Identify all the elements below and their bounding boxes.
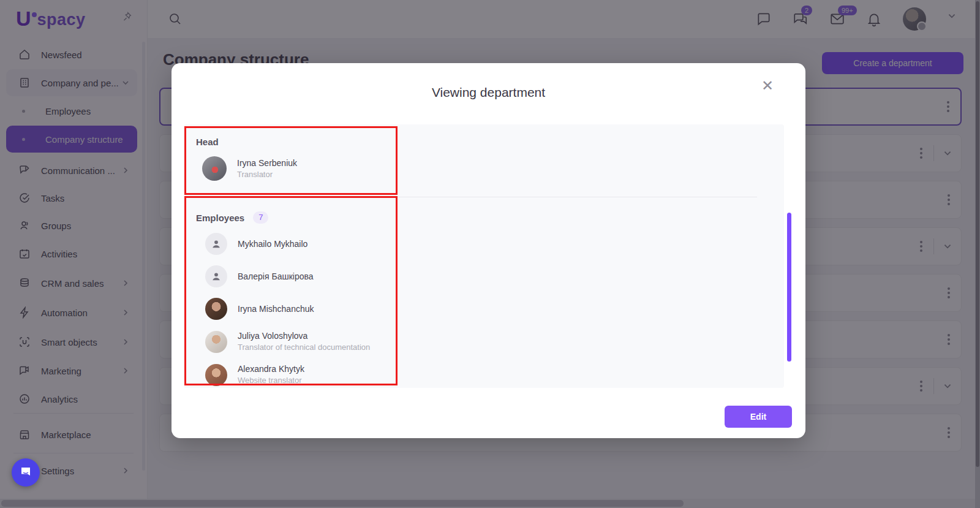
- employee-row[interactable]: Juliya Voloshylova Translator of technic…: [205, 330, 370, 353]
- employee-row[interactable]: Валерія Башкірова: [205, 265, 314, 287]
- person-placeholder-icon: [205, 265, 227, 287]
- avatar: [202, 156, 227, 181]
- employees-label-text: Employees: [196, 213, 244, 223]
- employees-section-label: Employees 7: [196, 211, 268, 224]
- person-role: Translator of technical documentation: [238, 342, 370, 353]
- person-role: Website translator: [238, 375, 304, 386]
- employee-row[interactable]: Alexandra Khytyk Website translator: [205, 363, 304, 386]
- chat-bubble-icon: [18, 465, 33, 480]
- support-chat-launcher[interactable]: [12, 458, 40, 487]
- avatar: [205, 364, 227, 386]
- employees-count-badge: 7: [253, 211, 268, 224]
- person-name: Валерія Башкірова: [238, 271, 314, 282]
- avatar: [205, 331, 227, 353]
- head-person-row[interactable]: Iryna Serbeniuk Translator: [202, 156, 297, 181]
- person-placeholder-icon: [205, 233, 227, 255]
- close-icon[interactable]: ✕: [761, 79, 774, 93]
- viewing-department-modal: Viewing department ✕ Head Iryna Serbeniu…: [172, 63, 805, 438]
- employee-row[interactable]: Iryna Mishchanchuk: [205, 298, 314, 320]
- avatar: [205, 298, 227, 320]
- employee-row[interactable]: Mykhailo Mykhailo: [205, 233, 307, 255]
- person-role: Translator: [237, 169, 297, 180]
- person-name: Iryna Serbeniuk: [237, 157, 297, 169]
- modal-scrollbar-thumb[interactable]: [787, 213, 791, 362]
- person-name: Iryna Mishchanchuk: [238, 303, 314, 315]
- person-name: Juliya Voloshylova: [238, 330, 370, 342]
- app-screen: U spacy Newsfeed Company and pe... Emplo…: [0, 0, 980, 508]
- modal-title: Viewing department: [172, 85, 805, 100]
- edit-button[interactable]: Edit: [725, 406, 792, 428]
- person-name: Mykhailo Mykhailo: [238, 238, 307, 250]
- person-name: Alexandra Khytyk: [238, 363, 304, 375]
- head-section-label: Head: [196, 137, 219, 147]
- department-members-panel: Head Iryna Serbeniuk Translator Employee…: [184, 124, 784, 388]
- section-divider: [196, 197, 757, 197]
